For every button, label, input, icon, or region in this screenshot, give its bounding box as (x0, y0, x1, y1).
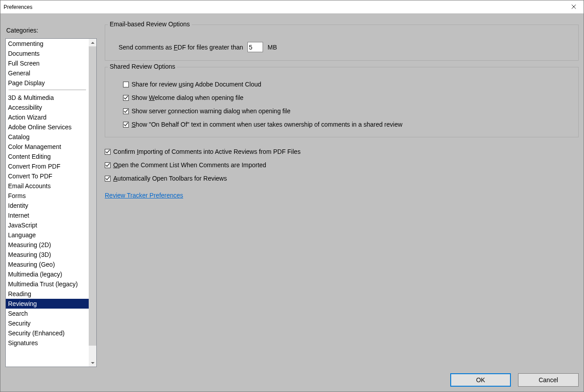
welcome-dialog-checkbox[interactable] (123, 95, 129, 101)
misc-checks: Confirm Importing of Comments into Activ… (105, 148, 579, 188)
category-item[interactable]: Search (6, 309, 89, 318)
confirm-import-label: Confirm Importing of Comments into Activ… (113, 148, 300, 155)
fdf-label: Send comments as FDF for files greater t… (119, 44, 243, 51)
category-item[interactable]: Reviewing (6, 299, 89, 309)
settings-pane: Email-based Review Options Send comments… (105, 25, 579, 367)
category-item[interactable]: JavaScript (6, 220, 89, 230)
category-item[interactable]: Documents (6, 49, 89, 58)
titlebar: Preferences (0, 0, 584, 14)
category-item[interactable]: Catalog (6, 132, 89, 142)
category-item[interactable]: Page Display (6, 78, 89, 88)
scroll-thumb[interactable] (89, 46, 96, 346)
category-item[interactable]: Language (6, 230, 89, 240)
category-item[interactable]: Multimedia (legacy) (6, 269, 89, 279)
category-item[interactable]: Accessibility (6, 103, 89, 112)
category-item[interactable]: Email Accounts (6, 181, 89, 191)
category-item[interactable]: Multimedia Trust (legacy) (6, 279, 89, 289)
categories-sidebar: Categories: CommentingDocumentsFull Scre… (5, 25, 97, 367)
category-item[interactable]: Reading (6, 289, 89, 299)
category-item[interactable]: Measuring (3D) (6, 250, 89, 260)
server-warning-label: Show server connection warning dialog wh… (132, 107, 290, 115)
open-comment-list-label: Open the Comment List When Comments are … (113, 161, 266, 169)
category-separator (8, 90, 86, 90)
category-item[interactable]: Internet (6, 210, 89, 220)
category-item[interactable]: Adobe Online Services (6, 122, 89, 132)
on-behalf-checkbox-row: Show "On Behalf Of" text in comment when… (123, 121, 570, 128)
scrollbar[interactable] (89, 39, 96, 367)
close-button[interactable] (563, 0, 584, 13)
auto-open-toolbars-label: Automatically Open Toolbars for Reviews (113, 175, 227, 182)
open-comment-list-checkbox-row: Open the Comment List When Comments are … (105, 161, 579, 169)
server-warning-checkbox-row: Show server connection warning dialog wh… (123, 107, 570, 115)
server-warning-checkbox[interactable] (123, 108, 129, 114)
category-item[interactable]: Signatures (6, 338, 89, 348)
welcome-dialog-label: Show Welcome dialog when opening file (132, 94, 243, 101)
categories-listbox-wrapper: CommentingDocumentsFull ScreenGeneralPag… (5, 38, 97, 367)
on-behalf-checkbox[interactable] (123, 122, 129, 128)
share-doc-cloud-checkbox[interactable] (123, 82, 129, 87)
close-icon (572, 4, 576, 10)
categories-label: Categories: (6, 27, 97, 34)
category-item[interactable]: 3D & Multimedia (6, 93, 89, 103)
category-item[interactable]: Forms (6, 191, 89, 201)
categories-listbox[interactable]: CommentingDocumentsFull ScreenGeneralPag… (6, 39, 89, 367)
open-comment-list-checkbox[interactable] (105, 162, 111, 168)
category-item[interactable]: Color Management (6, 142, 89, 152)
scroll-down-arrow-icon[interactable] (89, 359, 96, 367)
email-review-group: Email-based Review Options Send comments… (105, 25, 579, 61)
category-item[interactable]: Content Editing (6, 152, 89, 161)
category-item[interactable]: Convert To PDF (6, 171, 89, 181)
category-item[interactable]: Measuring (Geo) (6, 260, 89, 269)
welcome-dialog-checkbox-row: Show Welcome dialog when opening file (123, 94, 570, 101)
auto-open-toolbars-checkbox-row: Automatically Open Toolbars for Reviews (105, 175, 579, 182)
category-item[interactable]: Commenting (6, 39, 89, 49)
shared-review-group: Shared Review Options Share for review u… (105, 67, 579, 137)
fdf-threshold-row: Send comments as FDF for files greater t… (119, 42, 570, 52)
fdf-unit: MB (267, 44, 277, 51)
share-doc-cloud-checkbox-row: Share for review using Adobe Document Cl… (123, 81, 570, 88)
on-behalf-label: Show "On Behalf Of" text in comment when… (132, 121, 403, 128)
content-row: Categories: CommentingDocumentsFull Scre… (5, 14, 579, 367)
category-item[interactable]: Action Wizard (6, 112, 89, 122)
dialog-buttons: OK Cancel (5, 367, 579, 387)
fdf-threshold-input[interactable] (247, 42, 263, 52)
dialog-body: Categories: CommentingDocumentsFull Scre… (0, 14, 584, 392)
email-review-legend: Email-based Review Options (108, 21, 192, 28)
ok-button[interactable]: OK (450, 373, 511, 387)
category-item[interactable]: Measuring (2D) (6, 240, 89, 250)
preferences-dialog: Preferences Categories: CommentingDocume… (0, 0, 584, 392)
category-item[interactable]: General (6, 68, 89, 78)
auto-open-toolbars-checkbox[interactable] (105, 176, 111, 182)
review-tracker-link[interactable]: Review Tracker Preferences (105, 192, 579, 199)
window-title: Preferences (4, 4, 33, 10)
confirm-import-checkbox[interactable] (105, 149, 111, 155)
category-item[interactable]: Convert From PDF (6, 161, 89, 171)
scroll-up-arrow-icon[interactable] (89, 39, 96, 46)
share-doc-cloud-label: Share for review using Adobe Document Cl… (132, 81, 261, 88)
category-item[interactable]: Security (6, 318, 89, 328)
cancel-button[interactable]: Cancel (518, 373, 579, 387)
confirm-import-checkbox-row: Confirm Importing of Comments into Activ… (105, 148, 579, 155)
category-item[interactable]: Identity (6, 201, 89, 210)
shared-review-legend: Shared Review Options (108, 63, 177, 70)
category-item[interactable]: Full Screen (6, 58, 89, 68)
category-item[interactable]: Security (Enhanced) (6, 328, 89, 338)
